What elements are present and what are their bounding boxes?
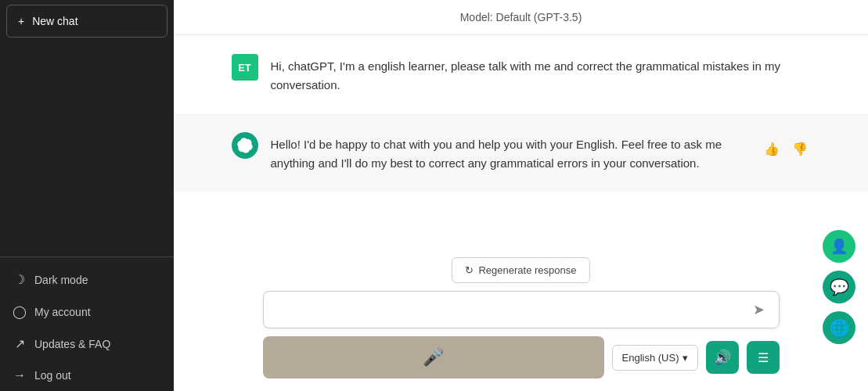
- mic-button[interactable]: 🎤: [263, 336, 604, 378]
- language-selector[interactable]: English (US) ▾: [612, 345, 698, 371]
- bottom-controls: 🎤 English (US) ▾ 🔊 ☰: [263, 336, 780, 378]
- globe-icon: 🌐: [830, 318, 849, 337]
- input-section: ↻ Regenerate response ➤ 🎤 English (US) ▾…: [174, 248, 868, 391]
- assistant-message-block: Hello! I'd be happy to chat with you and…: [174, 113, 868, 192]
- regenerate-icon: ↻: [465, 264, 474, 276]
- sound-button[interactable]: 🔊: [706, 341, 739, 374]
- profile-icon: 👤: [830, 238, 848, 255]
- chat-area: ET Hi, chatGPT, I'm a english learner, p…: [174, 35, 868, 248]
- user-avatar: ET: [232, 54, 258, 81]
- account-icon: ◯: [13, 304, 27, 319]
- menu-button[interactable]: ☰: [747, 341, 780, 374]
- chevron-down-icon: ▾: [683, 352, 688, 364]
- sidebar-item-log-out[interactable]: → Log out: [0, 360, 174, 391]
- updates-faq-label: Updates & FAQ: [34, 338, 110, 350]
- model-label: Model: Default (GPT-3.5): [460, 11, 582, 23]
- chat-bubble-button[interactable]: 💬: [823, 271, 855, 303]
- user-message-text: Hi, chatGPT, I'm a english learner, plea…: [271, 54, 811, 95]
- assistant-avatar: [232, 132, 258, 159]
- sound-icon: 🔊: [714, 349, 731, 366]
- my-account-label: My account: [34, 306, 91, 318]
- chat-bubble-icon: 💬: [830, 278, 849, 296]
- sidebar: + New chat ☽ Dark mode ◯ My account ↗ Up…: [0, 0, 174, 391]
- menu-lines-icon: ☰: [758, 350, 769, 365]
- logout-icon: →: [13, 368, 27, 382]
- model-header: Model: Default (GPT-3.5): [174, 0, 868, 35]
- moon-icon: ☽: [13, 272, 27, 287]
- thumbs-down-button[interactable]: 👎: [789, 140, 811, 158]
- chat-input-row: ➤: [263, 291, 780, 328]
- external-link-icon: ↗: [13, 336, 27, 351]
- sidebar-item-dark-mode[interactable]: ☽ Dark mode: [0, 264, 174, 296]
- new-chat-label: New chat: [32, 15, 77, 27]
- assistant-message-inner: Hello! I'd be happy to chat with you and…: [232, 132, 811, 173]
- assistant-message-text: Hello! I'd be happy to chat with you and…: [271, 132, 748, 173]
- regenerate-button[interactable]: ↻ Regenerate response: [452, 257, 589, 283]
- send-button[interactable]: ➤: [750, 300, 768, 320]
- language-label: English (US): [622, 352, 679, 364]
- globe-button[interactable]: 🌐: [823, 311, 855, 344]
- message-actions: 👍 👎: [761, 135, 811, 158]
- new-chat-button[interactable]: + New chat: [6, 5, 167, 38]
- sidebar-item-my-account[interactable]: ◯ My account: [0, 296, 174, 328]
- sidebar-spacer: [0, 42, 174, 250]
- user-message-block: ET Hi, chatGPT, I'm a english learner, p…: [174, 35, 868, 113]
- sidebar-divider: [0, 256, 174, 257]
- chat-input[interactable]: [275, 303, 750, 317]
- plus-icon: +: [18, 15, 24, 27]
- mic-icon: 🎤: [423, 347, 444, 368]
- main-content: Model: Default (GPT-3.5) ET Hi, chatGPT,…: [174, 0, 868, 391]
- dark-mode-label: Dark mode: [34, 274, 88, 286]
- regenerate-label: Regenerate response: [478, 264, 576, 276]
- right-panel: 👤 💬 🌐: [823, 230, 855, 344]
- sidebar-item-updates-faq[interactable]: ↗ Updates & FAQ: [0, 328, 174, 360]
- user-profile-button[interactable]: 👤: [823, 230, 855, 263]
- log-out-label: Log out: [34, 369, 71, 382]
- send-icon: ➤: [753, 302, 765, 317]
- user-message-inner: ET Hi, chatGPT, I'm a english learner, p…: [232, 54, 811, 95]
- thumbs-up-button[interactable]: 👍: [761, 140, 783, 158]
